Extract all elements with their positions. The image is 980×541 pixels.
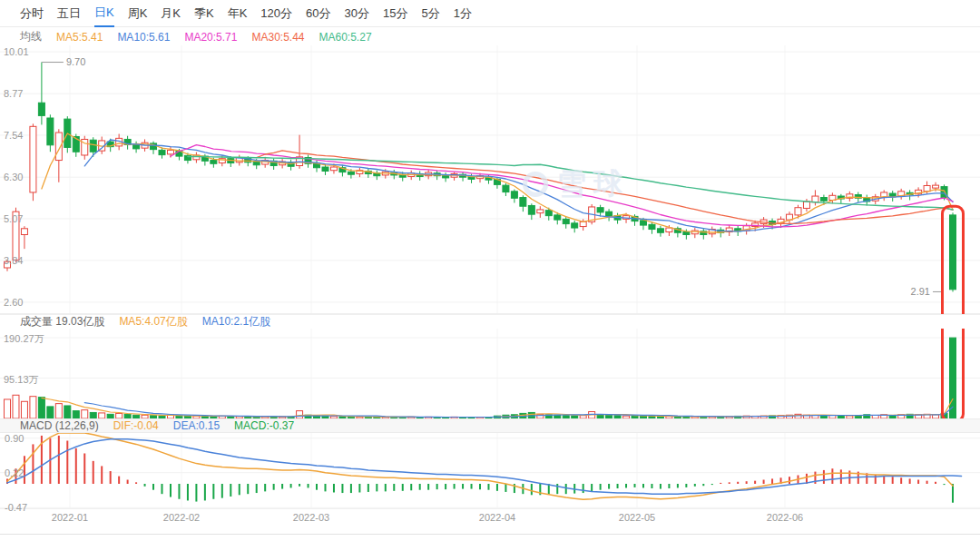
volume-title: 成交量 19.03亿股 (20, 314, 104, 330)
chart-canvas[interactable] (0, 0, 980, 541)
volume-ma5-label: MA5:4.07亿股 (119, 314, 187, 330)
macd-title: MACD (12,26,9) (20, 419, 99, 432)
stock-chart-screen: 分时五日日K周K月K季K年K120分60分30分15分5分1分 均线 MA5:5… (0, 0, 980, 541)
volume-header: 成交量 19.03亿股 MA5:4.07亿股 MA10:2.1亿股 (0, 314, 980, 329)
macd-dea-label: DEA:0.15 (173, 419, 220, 432)
volume-ma10-label: MA10:2.1亿股 (202, 314, 270, 330)
bottom-divider (0, 534, 980, 535)
xueqiu-watermark: 雪球 (523, 164, 630, 204)
macd-header: MACD (12,26,9) DIF:-0.04 DEA:0.15 MACD:-… (0, 418, 980, 433)
snowball-logo-icon (523, 172, 548, 197)
watermark-text: 雪球 (557, 164, 630, 204)
gridlines (0, 45, 980, 509)
macd-dif-label: DIF:-0.04 (113, 419, 159, 432)
macd-macd-label: MACD:-0.37 (234, 419, 294, 432)
macd-layer (7, 433, 962, 503)
